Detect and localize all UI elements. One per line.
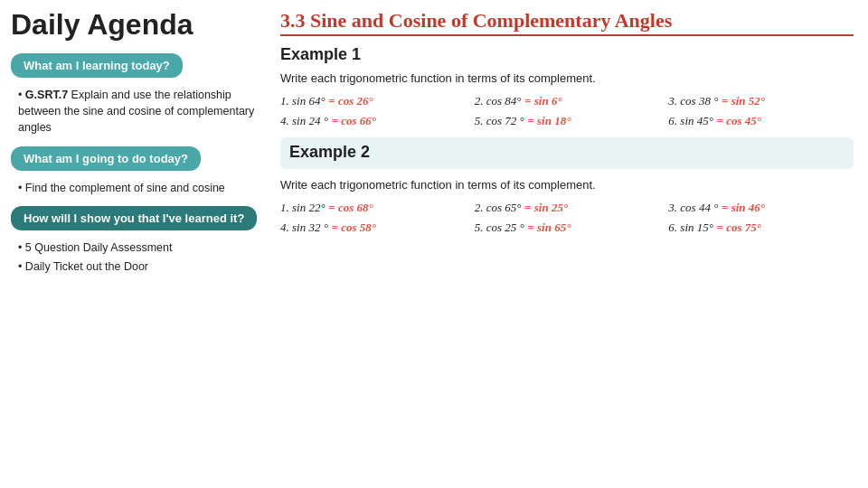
sidebar: Daily Agenda What am I learning today? •… [0, 0, 271, 488]
ex1-r1-c3-num: 3. cos 38 ° [668, 94, 718, 108]
ex1-r2-c3: 6. sin 45° = cos 45° [668, 114, 854, 128]
assessment-text: 5 Question Daily Assessment [25, 241, 173, 254]
example1-row2: 4. sin 24 ° = cos 66° 5. cos 72 ° = sin … [280, 114, 854, 128]
ex2-r2-c1-ans: = cos 58° [332, 221, 376, 234]
example1-row1: 1. sin 64° = cos 26° 2. cos 84° = sin 6°… [280, 94, 854, 108]
ex2-r1-c2-ans: = sin 25° [524, 201, 568, 214]
example1-header: Example 1 [280, 45, 854, 64]
complement-text: Find the complement of sine and cosine [25, 182, 225, 194]
ex1-r1-c3: 3. cos 38 ° = sin 52° [668, 94, 854, 108]
section3-bullets: • 5 Question Daily Assessment • Daily Ti… [11, 239, 260, 277]
ex1-r1-c2-ans: = sin 6° [524, 94, 562, 108]
ex1-r1-c2-num: 2. cos 84° [475, 94, 522, 108]
example2-header: Example 2 [289, 143, 844, 162]
section1-header: What am I learning today? [11, 53, 183, 78]
main-title: 3.3 Sine and Cosine of Complementary Ang… [280, 9, 854, 36]
ex1-r2-c1: 4. sin 24 ° = cos 66° [280, 114, 466, 128]
ex1-r2-c2-num: 5. cos 72 ° [475, 114, 524, 127]
ex1-r1-c1-num: 1. sin 64° [280, 94, 326, 108]
example2-row1: 1. sin 22° = cos 68° 2. cos 65° = sin 25… [280, 201, 854, 215]
ex2-r1-c3-num: 3. cos 44 ° [668, 201, 718, 214]
ex2-r1-c3-ans: = sin 46° [722, 201, 765, 214]
ex1-r1-c2: 2. cos 84° = sin 6° [475, 94, 660, 108]
ex2-r1-c1: 1. sin 22° = cos 68° [280, 201, 466, 215]
ex2-r1-c1-ans: = cos 68° [328, 201, 373, 214]
ex2-r1-c3: 3. cos 44 ° = sin 46° [668, 201, 854, 215]
section2-bullets: • Find the complement of sine and cosine [11, 180, 260, 199]
bullet-ticket: • Daily Ticket out the Door [18, 258, 260, 275]
ex2-r2-c3-ans: = cos 75° [717, 221, 761, 234]
ex1-r2-c2: 5. cos 72 ° = sin 18° [475, 114, 660, 128]
ex2-r2-c2-ans: = sin 65° [527, 221, 571, 234]
ex2-r1-c1-num: 1. sin 22° [280, 201, 326, 214]
sidebar-title: Daily Agenda [11, 9, 260, 41]
main-content: 3.3 Sine and Cosine of Complementary Ang… [271, 0, 868, 488]
ex2-r1-c2-num: 2. cos 65° [475, 201, 522, 214]
ex1-r1-c3-ans: = sin 52° [722, 94, 765, 108]
example2-box: Example 2 [280, 137, 854, 169]
ex2-r2-c3-num: 6. sin 15° [668, 221, 713, 234]
ex2-r2-c2: 5. cos 25 ° = sin 65° [475, 221, 660, 235]
ex2-r2-c1: 4. sin 32 ° = cos 58° [280, 221, 466, 235]
bullet-gsrt7: • G.SRT.7 Explain and use the relationsh… [18, 87, 260, 136]
ex1-r2-c1-ans: = cos 66° [332, 114, 376, 127]
ex2-r2-c1-num: 4. sin 32 ° [280, 221, 328, 234]
ex2-r2-c2-num: 5. cos 25 ° [475, 221, 524, 234]
ex1-r2-c1-num: 4. sin 24 ° [280, 114, 328, 127]
ex1-r1-c1-ans: = cos 26° [328, 94, 373, 108]
ex2-r1-c2: 2. cos 65° = sin 25° [475, 201, 660, 215]
ticket-text: Daily Ticket out the Door [25, 260, 148, 273]
example2-instruction: Write each trigonometric function in ter… [280, 178, 854, 192]
ex1-r2-c3-ans: = cos 45° [717, 114, 761, 127]
ex2-r2-c3: 6. sin 15° = cos 75° [668, 221, 854, 235]
gsrt7-bold: G.SRT.7 [25, 89, 68, 101]
example1-instruction: Write each trigonometric function in ter… [280, 71, 854, 85]
ex1-r1-c1: 1. sin 64° = cos 26° [280, 94, 466, 108]
bullet-assessment: • 5 Question Daily Assessment [18, 239, 260, 256]
bullet-complement: • Find the complement of sine and cosine [18, 180, 260, 196]
section2-header: What am I going to do today? [11, 146, 201, 171]
section1-bullets: • G.SRT.7 Explain and use the relationsh… [11, 87, 260, 138]
ex1-r2-c3-num: 6. sin 45° [668, 114, 713, 127]
example2-row2: 4. sin 32 ° = cos 58° 5. cos 25 ° = sin … [280, 221, 854, 235]
section3-header: How will I show you that I've learned it… [11, 206, 257, 230]
ex1-r2-c2-ans: = sin 18° [527, 114, 571, 127]
